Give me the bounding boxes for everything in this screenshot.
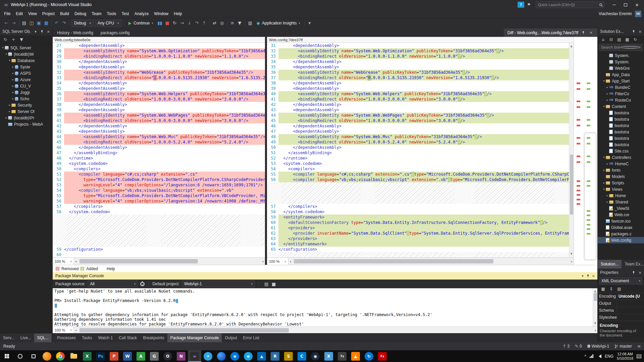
expander-icon[interactable]: ▸ xyxy=(8,104,11,107)
tree-item-bootstra[interactable]: bootstra xyxy=(598,116,644,122)
refresh-icon[interactable]: ↻ xyxy=(633,37,638,43)
firefox-icon[interactable] xyxy=(40,350,54,362)
expander-icon[interactable]: ▸ xyxy=(11,91,15,94)
expander-icon[interactable]: ▸ xyxy=(8,110,11,113)
chrome-icon[interactable] xyxy=(54,350,67,362)
tree-item-bootstra[interactable]: bootstra xyxy=(598,135,644,141)
expander-icon[interactable]: ▾ xyxy=(602,156,606,159)
close-icon[interactable]: × xyxy=(591,273,596,279)
tree-item-shared[interactable]: ▸Shared xyxy=(598,199,644,205)
telegram-icon[interactable]: ✈ xyxy=(201,350,215,362)
package-source-settings-icon[interactable] xyxy=(140,282,145,286)
close-icon[interactable]: × xyxy=(588,30,594,36)
bookmark-icon[interactable]: ▼ xyxy=(236,19,244,27)
step-into-icon[interactable]: ↓ xyxy=(186,19,193,27)
expander-icon[interactable]: ▸ xyxy=(4,116,8,119)
tool-tab-call-stack[interactable]: Call Stack xyxy=(116,334,140,342)
step-out-icon[interactable]: ↑ xyxy=(201,19,208,27)
default-project-dropdown[interactable]: WebApi-1▾ xyxy=(182,281,255,287)
alphabetical-icon[interactable]: ↕ xyxy=(608,286,614,292)
property-row-output[interactable]: Output xyxy=(598,300,644,307)
sync-icon[interactable]: ↻ xyxy=(362,350,376,362)
pin-icon[interactable] xyxy=(581,30,586,36)
menu-window[interactable]: Window xyxy=(151,10,171,18)
tree-item-syste[interactable]: ▸Syste xyxy=(0,64,52,70)
android-studio-icon[interactable]: A xyxy=(134,350,148,362)
expander-icon[interactable]: ▸ xyxy=(605,194,609,197)
tree-item-homec[interactable]: ▸VBHomeC xyxy=(598,161,644,167)
menu-project[interactable]: Project xyxy=(40,10,57,18)
close-icon[interactable]: × xyxy=(46,29,51,34)
redo-icon[interactable]: ↷ xyxy=(60,19,68,27)
filter-icon[interactable]: ▼ xyxy=(19,37,24,43)
panel-tab-solution[interactable]: Solution... xyxy=(598,260,622,268)
tree-item-views[interactable]: ▾Views xyxy=(598,186,644,192)
tree-item-bootstra[interactable]: bootstra xyxy=(598,122,644,129)
expander-icon[interactable]: ▾ xyxy=(602,188,606,191)
tree-item-cu-v[interactable]: ▸CU_V xyxy=(0,83,52,89)
edge-icon[interactable]: e xyxy=(228,350,241,362)
network-icon[interactable] xyxy=(590,354,593,358)
pin-icon[interactable] xyxy=(39,29,45,34)
open-file-icon[interactable]: ◫ xyxy=(28,19,35,27)
refresh-icon[interactable]: ↻ xyxy=(3,37,8,43)
expander-icon[interactable]: ▸ xyxy=(11,84,15,87)
tree-item-webgre[interactable]: WebGre xyxy=(598,65,644,71)
zoom-select[interactable]: 100 %▾ xyxy=(53,327,74,333)
add-sql-server-icon[interactable]: + xyxy=(11,37,16,43)
continue-button[interactable]: ▶ Continue ▾ xyxy=(125,19,156,27)
overview-viewport[interactable] xyxy=(584,133,596,260)
menu-test[interactable]: Test xyxy=(119,10,132,18)
tree-item-server-ol[interactable]: ▸Server Ol xyxy=(0,108,52,115)
start-button[interactable] xyxy=(0,350,13,362)
7zip-icon[interactable]: 7z xyxy=(335,350,349,362)
scroll-up-arrow-icon[interactable]: ▲ xyxy=(570,44,572,49)
tool-tab-error-list[interactable]: Error List xyxy=(240,334,263,342)
solution-search-input[interactable]: Search Solution E xyxy=(599,44,643,51)
sql-management-icon[interactable]: S xyxy=(282,350,295,362)
gimp-icon[interactable]: G xyxy=(148,350,161,362)
home-icon[interactable]: ⌂ xyxy=(600,37,606,43)
tree-item-projects-weba[interactable]: Projects - WebA xyxy=(0,121,52,127)
language-indicator[interactable]: ENG xyxy=(605,354,613,359)
cortana-search-button[interactable] xyxy=(13,350,27,362)
menu-file[interactable]: File xyxy=(1,10,13,18)
tree-item-app-start[interactable]: ▾App_Start xyxy=(598,78,644,84)
pin-icon[interactable] xyxy=(585,273,591,279)
task-view-button[interactable] xyxy=(27,350,40,362)
tree-item-asps[interactable]: ▸ASPS xyxy=(0,70,52,76)
tree-item-controllers[interactable]: ▾Controllers xyxy=(598,154,644,161)
close-icon[interactable]: × xyxy=(637,270,643,275)
xamarin-icon[interactable]: X xyxy=(322,350,335,362)
sync-with-active-document-icon[interactable]: ⇄ xyxy=(211,19,218,27)
steam-icon[interactable]: ◉ xyxy=(309,350,322,362)
scroll-left-arrow-icon[interactable]: ◂ xyxy=(75,328,77,332)
categorized-icon[interactable]: ▦ xyxy=(600,286,606,292)
undo-icon[interactable]: ↶ xyxy=(53,19,60,27)
feedback-icon[interactable]: ? xyxy=(518,2,524,8)
tree-item-scripts[interactable]: ▸Scripts xyxy=(598,180,644,186)
current-repository[interactable]: WebApi-1 xyxy=(587,344,609,349)
expander-icon[interactable]: ▸ xyxy=(605,86,609,89)
vlc-icon[interactable]: ▲ xyxy=(349,350,362,362)
zoom-select[interactable]: 100 %▾ xyxy=(53,258,74,265)
property-pages-icon[interactable]: ▤ xyxy=(616,286,622,292)
property-row-stylesheet[interactable]: Stylesheet xyxy=(598,314,644,321)
tree-item-app-data[interactable]: App_Data xyxy=(598,71,644,78)
tree-item-bootstra[interactable]: bootstra xyxy=(598,141,644,148)
horizontal-scrollbar[interactable]: ◂ ▸ xyxy=(288,258,574,265)
doc-tab-packages-config[interactable]: packages.config xyxy=(97,28,133,37)
tree-item-models[interactable]: Models xyxy=(598,173,644,180)
properties-icon[interactable]: ▤ xyxy=(616,37,622,43)
scroll-left-arrow-icon[interactable]: ◂ xyxy=(289,260,291,263)
tree-item-joggi[interactable]: ▸Joggi xyxy=(0,89,52,96)
window-position-icon[interactable]: ▾ xyxy=(33,29,38,34)
step-over-icon[interactable]: ↷ xyxy=(193,19,201,27)
menu-analyze[interactable]: Analyze xyxy=(132,10,152,18)
notifications-list-icon[interactable]: ≡ xyxy=(637,344,641,349)
expander-icon[interactable]: ▸ xyxy=(605,99,609,102)
tree-item-filterco[interactable]: ▸VBFilterCo xyxy=(598,90,644,97)
expander-icon[interactable]: ▸ xyxy=(11,65,15,68)
application-insights-button[interactable]: ◉ Application Insights ▾ xyxy=(254,19,303,27)
console-output[interactable]: Type 'get-help NuGet' to see all availab… xyxy=(53,288,597,326)
